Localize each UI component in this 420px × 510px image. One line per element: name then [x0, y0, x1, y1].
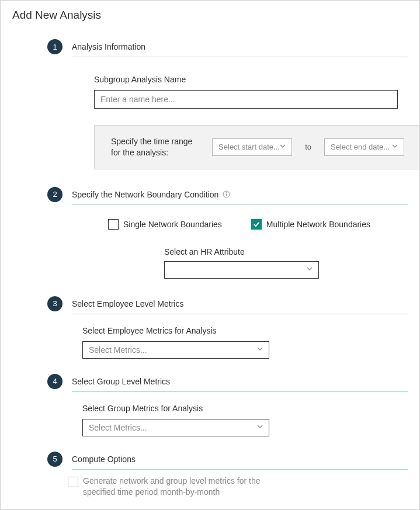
step-title-1: Analysis Information [72, 42, 145, 51]
divider [72, 469, 408, 470]
employee-metrics-label: Select Employee Metrics for Analysis [82, 326, 408, 335]
multiple-boundaries-label: Multiple Network Boundaries [266, 220, 370, 229]
divider [72, 391, 408, 392]
step-title-4: Select Group Level Metrics [72, 377, 170, 386]
single-boundaries-checkbox[interactable]: Single Network Boundaries [108, 219, 222, 230]
divider [72, 204, 408, 205]
chevron-down-icon [257, 347, 263, 353]
subgroup-name-label: Subgroup Analysis Name [94, 75, 408, 84]
checkbox-box [108, 219, 119, 230]
page-title: Add New Analysis [12, 9, 408, 22]
single-boundaries-label: Single Network Boundaries [123, 220, 222, 229]
info-icon[interactable] [222, 190, 230, 199]
employee-metrics-placeholder: Select Metrics... [89, 345, 147, 355]
divider [72, 57, 408, 57]
step-group-metrics: 4 Select Group Level Metrics Select Grou… [12, 374, 408, 436]
step-boundary-condition: 2 Specify the Network Boundary Condition… [12, 187, 408, 279]
chevron-down-icon [280, 144, 286, 150]
group-metrics-placeholder: Select Metrics... [89, 423, 147, 432]
generate-month-label: Generate network and group level metrics… [83, 476, 270, 498]
start-date-placeholder: Select start date... [218, 143, 280, 151]
step-title-2: Specify the Network Boundary Condition [72, 190, 218, 199]
subgroup-name-input[interactable] [94, 90, 398, 109]
time-range-label: Specify the time range for the analysis: [111, 136, 199, 158]
checkbox-box [68, 477, 78, 487]
step-number-2: 2 [47, 187, 63, 202]
end-date-placeholder: Select end date... [331, 143, 390, 151]
step-number-4: 4 [47, 374, 63, 389]
chevron-down-icon [257, 425, 263, 431]
generate-month-checkbox[interactable]: Generate network and group level metrics… [68, 476, 270, 498]
checkbox-box-checked [251, 219, 262, 230]
to-label: to [305, 143, 311, 151]
multiple-boundaries-checkbox[interactable]: Multiple Network Boundaries [251, 219, 370, 230]
hr-attribute-label: Select an HR Attribute [164, 247, 408, 256]
step-title-3: Select Employee Level Metrics [72, 299, 183, 308]
chevron-down-icon [307, 267, 313, 273]
step-number-5: 5 [47, 452, 63, 467]
start-date-select[interactable]: Select start date... [212, 138, 292, 156]
step-title-5: Compute Options [72, 455, 136, 464]
step-number-1: 1 [47, 39, 63, 54]
step-employee-metrics: 3 Select Employee Level Metrics Select E… [12, 296, 408, 359]
step-number-3: 3 [47, 296, 63, 311]
time-range-panel: Specify the time range for the analysis:… [94, 125, 420, 169]
hr-attribute-select[interactable] [164, 261, 319, 279]
end-date-select[interactable]: Select end date... [324, 138, 404, 156]
step-analysis-information: 1 Analysis Information Subgroup Analysis… [12, 39, 408, 169]
employee-metrics-select[interactable]: Select Metrics... [82, 341, 269, 359]
step-compute-options: 5 Compute Options Generate network and g… [12, 452, 408, 510]
group-metrics-label: Select Group Metrics for Analysis [82, 404, 408, 413]
group-metrics-select[interactable]: Select Metrics... [82, 419, 269, 436]
divider [72, 314, 408, 314]
svg-point-2 [226, 192, 227, 193]
chevron-down-icon [392, 144, 398, 150]
